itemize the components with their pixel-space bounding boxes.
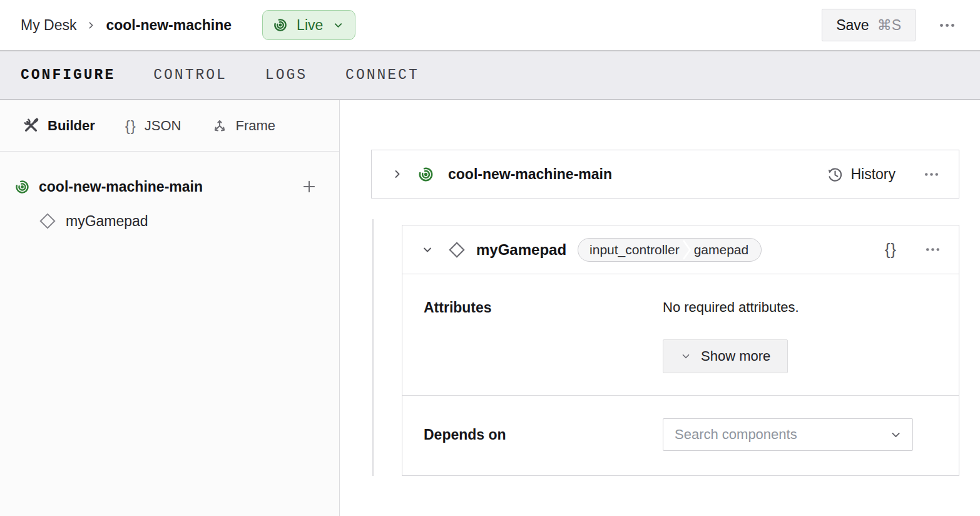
header-menu-button[interactable] (937, 19, 957, 31)
save-button[interactable]: Save ⌘S (822, 9, 916, 41)
page-title: cool-new-machine (106, 17, 232, 34)
axes-icon (212, 118, 228, 134)
braces-icon: {} (125, 117, 136, 135)
tab-configure[interactable]: CONFIGURE (21, 67, 115, 83)
mode-tab-builder[interactable]: Builder (23, 117, 95, 134)
tab-control[interactable]: CONTROL (153, 67, 227, 83)
component-card-header: myGamepad input_controller gamepad {} (402, 225, 959, 274)
machine-part-card: cool-new-machine-main History (371, 150, 959, 199)
app: My Desk cool-new-machine Live Save (0, 0, 980, 516)
ellipsis-icon (926, 247, 940, 252)
component-card-mygamepad: myGamepad input_controller gamepad {} (402, 225, 959, 476)
mode-tab-frame[interactable]: Frame (212, 118, 276, 134)
attributes-section: Attributes No required attributes. Show … (402, 274, 959, 396)
search-components-input[interactable] (666, 426, 889, 443)
machine-live-icon (14, 178, 31, 195)
component-card-menu-button[interactable] (923, 244, 942, 255)
tree-item-mygamepad[interactable]: myGamepad (0, 207, 339, 235)
component-diamond-icon (39, 212, 56, 230)
sidebar-mode-tabs: Builder {} JSON Frame (0, 100, 339, 152)
history-button[interactable]: History (827, 166, 896, 183)
plus-icon (300, 178, 318, 195)
mode-tab-frame-label: Frame (236, 118, 276, 134)
tab-connect[interactable]: CONNECT (345, 67, 419, 83)
mode-tab-builder-label: Builder (48, 118, 95, 134)
tools-icon (23, 117, 39, 134)
edit-json-button[interactable]: {} (884, 240, 898, 259)
main-panel: cool-new-machine-main History (340, 100, 980, 516)
save-button-label: Save (836, 17, 869, 34)
tree-item-label: myGamepad (66, 213, 148, 230)
show-more-button[interactable]: Show more (663, 339, 788, 373)
attributes-empty-text: No required attributes. (663, 299, 799, 316)
history-icon (827, 166, 844, 183)
machine-card-menu-button[interactable] (922, 168, 941, 180)
depends-on-section: Depends on (402, 396, 959, 475)
sidebar: Builder {} JSON Frame (0, 100, 340, 516)
badge-separator-chevron-icon (681, 238, 692, 262)
history-button-label: History (850, 166, 896, 183)
show-more-label: Show more (701, 348, 770, 364)
tree-item-machine-main[interactable]: cool-new-machine-main (0, 172, 339, 201)
machine-status-dropdown[interactable]: Live (262, 10, 355, 40)
top-header: My Desk cool-new-machine Live Save (0, 0, 980, 51)
depends-search-select[interactable] (663, 418, 913, 451)
add-component-button[interactable] (298, 175, 320, 198)
header-actions: Save ⌘S (822, 9, 957, 41)
breadcrumb: My Desk cool-new-machine (21, 17, 232, 34)
chevron-down-icon (332, 19, 344, 31)
nav-tabbar: CONFIGURE CONTROL LOGS CONNECT (0, 51, 980, 100)
collapse-card-chevron-down-icon[interactable] (421, 244, 434, 256)
tree-item-label: cool-new-machine-main (39, 178, 290, 195)
chevron-down-icon (889, 428, 902, 441)
attributes-label: Attributes (424, 299, 663, 316)
component-diamond-icon (448, 241, 466, 259)
nesting-connector-line (372, 219, 374, 476)
tab-logs[interactable]: LOGS (265, 67, 307, 83)
depends-on-label: Depends on (424, 426, 663, 443)
ellipsis-icon (924, 172, 939, 177)
breadcrumb-parent-link[interactable]: My Desk (21, 17, 76, 34)
chevron-down-icon (680, 351, 692, 362)
component-type-badge: input_controller gamepad (578, 238, 762, 262)
resource-tree: cool-new-machine-main myGamepad (0, 152, 339, 235)
content-area: Builder {} JSON Frame (0, 100, 980, 516)
status-badge-label: Live (297, 17, 323, 34)
component-model: gamepad (692, 242, 762, 257)
component-title: myGamepad (476, 241, 566, 259)
save-shortcut-hint: ⌘S (877, 17, 901, 34)
component-subtype: input_controller (578, 242, 681, 257)
machine-part-title: cool-new-machine-main (448, 166, 612, 183)
live-signal-icon (272, 17, 288, 33)
ellipsis-icon (939, 23, 955, 28)
chevron-right-icon (86, 20, 96, 31)
mode-tab-json[interactable]: {} JSON (125, 117, 181, 135)
expand-card-chevron-right-icon[interactable] (391, 168, 404, 180)
mode-tab-json-label: JSON (145, 118, 181, 134)
machine-live-icon (417, 165, 435, 183)
